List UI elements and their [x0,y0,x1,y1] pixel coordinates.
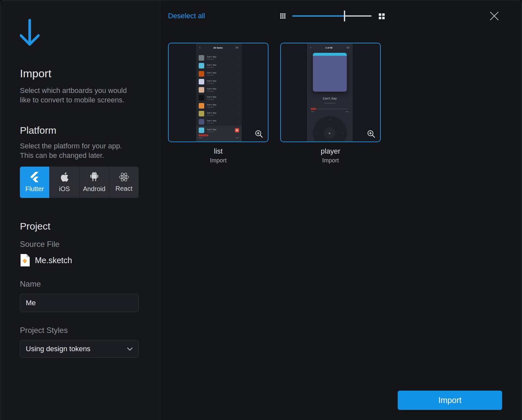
chevron-down-icon [127,347,133,351]
platform-option-android[interactable]: Android [79,167,109,198]
preview-track-subtitle [324,103,336,104]
preview-times [199,137,239,138]
sketch-file-icon [20,254,30,266]
zoom-slider-fill [292,15,345,17]
preview-track-list: Can't Say›Can't Say›Can't Say›Can't Say›… [196,52,242,126]
artboard-name: list [214,147,223,156]
zoom-in-preview-icon[interactable] [367,130,376,138]
preview-header-title: 2 of 90 [325,47,332,49]
name-label: Name [20,279,140,289]
hamburger-menu-icon [346,46,349,49]
list-item: Can't Say› [199,78,239,86]
import-dialog: Import Select which artboards you would … [0,0,522,420]
large-thumbnails-icon[interactable] [379,13,385,19]
thumbnail-zoom-control [280,10,385,22]
platform-title: Platform [20,125,140,136]
project-styles-value: Using design tokens [26,345,90,353]
download-arrow-icon [20,18,39,47]
platform-selector: Flutter iOS [20,167,139,198]
artboard-card-player[interactable]: ‹ 2 of 90 Can't Say [280,43,381,142]
android-icon [90,172,99,182]
artboard-name: player [321,147,340,156]
platform-option-flutter[interactable]: Flutter [20,167,49,198]
import-button[interactable]: Import [398,391,502,410]
artboard-preview-player: ‹ 2 of 90 Can't Say [307,43,353,142]
list-item: Can't Say› [199,86,239,94]
source-file-name: Me.sketch [35,256,72,265]
react-icon [119,172,129,182]
apple-icon [60,172,69,182]
close-icon[interactable] [489,11,499,21]
zoom-in-preview-icon[interactable] [255,130,263,138]
preview-header-title: All tasks [213,47,223,49]
preview-waveform [311,108,349,110]
project-styles-label: Project Styles [20,326,140,335]
project-styles-select[interactable]: Using design tokens [20,340,139,358]
preview-track-thumb [199,128,204,133]
preview-stop-button [235,128,239,132]
platform-description: Select the platform for your app. This c… [20,141,135,160]
platform-option-label: Android [83,185,105,193]
artboard-action: Import [210,157,226,164]
zoom-slider-thumb[interactable] [344,10,345,22]
artboard-card-list[interactable]: ‹ All tasks Can't Say›Can't Say›Can't Sa… [168,43,269,142]
flutter-icon [30,172,39,182]
project-name-input[interactable] [20,294,139,312]
preview-track-title: Can't Say [207,128,216,130]
source-file-row: Me.sketch [20,254,140,266]
back-chevron-icon: ‹ [310,46,311,49]
platform-option-label: Flutter [25,185,44,193]
list-item: Can't Say› [199,62,239,70]
list-item: Can't Say› [199,102,239,110]
platform-option-label: iOS [59,185,70,193]
list-item: Can't Say› [199,110,239,118]
list-item: Can't Say› [199,54,239,62]
hamburger-menu-icon [236,46,238,49]
platform-option-react[interactable]: React [109,167,139,198]
sidebar: Import Select which artboards you would … [0,0,160,420]
preview-track-title: Can't Say [307,97,353,100]
import-title: Import [20,67,140,80]
back-chevron-icon: ‹ [199,46,200,49]
list-item: Can't Say› [199,118,239,126]
preview-times [311,111,349,112]
list-item: Can't Say› [199,70,239,78]
preview-play-button: ▶ [324,127,336,139]
platform-option-ios[interactable]: iOS [49,167,79,198]
preview-waveform [199,134,208,136]
source-file-label: Source File [20,240,140,249]
artboard-panel: Deselect all [160,0,522,420]
artboard-action: Import [322,157,339,164]
deselect-all-link[interactable]: Deselect all [168,12,205,20]
small-thumbnails-icon[interactable] [280,13,286,19]
artboard-list-column: ‹ All tasks Can't Say›Can't Say›Can't Sa… [168,43,269,164]
artboard-grid: ‹ All tasks Can't Say›Can't Say›Can't Sa… [168,43,381,164]
preview-track-subtitle [207,131,214,132]
artboard-player-column: ‹ 2 of 90 Can't Say [280,43,381,164]
project-title: Project [20,221,140,232]
preview-album-art [313,53,347,92]
import-description: Select which artboards you would like to… [20,86,135,105]
zoom-slider[interactable] [292,15,372,17]
platform-option-label: React [115,185,132,192]
list-item: Can't Say› [199,94,239,102]
preview-mini-player: Can't Say [196,126,242,142]
preview-click-wheel: + — ‹‹‹ ››› ▶ [313,116,347,142]
artboard-preview-list: ‹ All tasks Can't Say›Can't Say›Can't Sa… [196,43,242,142]
